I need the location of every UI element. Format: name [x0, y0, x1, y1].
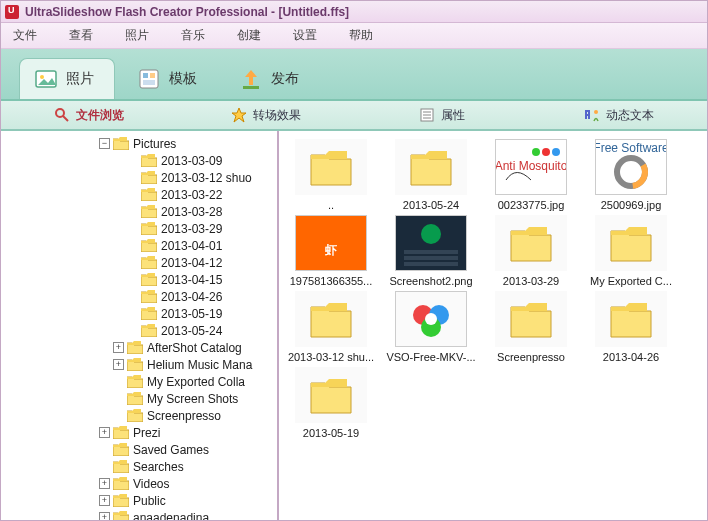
grid-item[interactable]: 2013-03-29 [483, 215, 579, 287]
svg-text:Anti Mosquito: Anti Mosquito [496, 159, 566, 173]
tree-folder[interactable]: 2013-05-19 [1, 305, 277, 322]
tab-template[interactable]: 模板 [123, 59, 217, 99]
thumbnail-grid-pane[interactable]: ..2013-05-24Anti Mosquito00233775.jpgFre… [279, 131, 707, 520]
grid-item[interactable]: My Exported C... [583, 215, 679, 287]
svg-point-1 [40, 75, 44, 79]
thumbnail-image: Anti Mosquito [495, 139, 567, 195]
menu-item[interactable]: 照片 [125, 27, 149, 44]
tree-folder[interactable]: 2013-03-09 [1, 152, 277, 169]
svg-rect-2 [140, 70, 158, 88]
tab-photo[interactable]: 照片 [19, 58, 115, 99]
item-label: 2500969.jpg [601, 199, 662, 211]
menu-item[interactable]: 创建 [237, 27, 261, 44]
tree-label: My Exported Colla [147, 375, 245, 389]
toolbar: 文件浏览转场效果属性动态文本 [1, 101, 707, 131]
tree-folder[interactable]: +AfterShot Catalog [1, 339, 277, 356]
tree-folder[interactable]: +Videos [1, 475, 277, 492]
menubar: 文件查看照片音乐创建设置帮助 [1, 23, 707, 49]
item-label: 00233775.jpg [498, 199, 565, 211]
menu-item[interactable]: 设置 [293, 27, 317, 44]
grid-item[interactable]: .. [283, 139, 379, 211]
tree-label: My Screen Shots [147, 392, 238, 406]
svg-rect-3 [143, 73, 148, 78]
expand-toggle[interactable]: + [113, 342, 124, 353]
toolbar-label: 动态文本 [606, 107, 654, 124]
tree-folder[interactable]: +Helium Music Mana [1, 356, 277, 373]
toolbar-icon [584, 107, 600, 123]
menu-item[interactable]: 帮助 [349, 27, 373, 44]
svg-point-33 [425, 313, 437, 325]
tab-label: 照片 [66, 70, 94, 88]
expand-toggle[interactable]: − [99, 138, 110, 149]
tree-label: AfterShot Catalog [147, 341, 242, 355]
tree-folder[interactable]: 2013-04-15 [1, 271, 277, 288]
toolbar-item[interactable]: 属性 [354, 107, 531, 124]
tree-label: Pictures [133, 137, 176, 151]
svg-rect-4 [150, 73, 155, 78]
grid-item[interactable]: 2013-05-19 [283, 367, 379, 439]
tree-folder[interactable]: 2013-04-12 [1, 254, 277, 271]
expand-toggle[interactable]: + [99, 478, 110, 489]
tree-label: 2013-05-24 [161, 324, 222, 338]
grid-item[interactable]: 2013-05-24 [383, 139, 479, 211]
tree-label: 2013-03-29 [161, 222, 222, 236]
expand-toggle[interactable]: + [99, 495, 110, 506]
toolbar-item[interactable]: 动态文本 [531, 107, 708, 124]
toolbar-item[interactable]: 转场效果 [178, 107, 355, 124]
svg-point-15 [542, 148, 550, 156]
tree-folder[interactable]: +Prezi [1, 424, 277, 441]
tree-folder[interactable]: 2013-03-22 [1, 186, 277, 203]
tree-folder[interactable]: My Exported Colla [1, 373, 277, 390]
thumbnail-image [395, 215, 467, 271]
expand-toggle[interactable]: + [99, 427, 110, 438]
tree-folder[interactable]: Saved Games [1, 441, 277, 458]
item-label: 2013-05-19 [303, 427, 359, 439]
content-area: −Pictures2013-03-092013-03-12 shuo2013-0… [1, 131, 707, 520]
grid-item[interactable]: Screenpresso [483, 291, 579, 363]
svg-rect-6 [243, 86, 259, 89]
tree-label: Prezi [133, 426, 160, 440]
tree-folder[interactable]: 2013-03-29 [1, 220, 277, 237]
tree-label: 2013-03-28 [161, 205, 222, 219]
toolbar-item[interactable]: 文件浏览 [1, 107, 178, 124]
folder-icon [295, 367, 367, 423]
tree-label: Searches [133, 460, 184, 474]
grid-item[interactable]: Free Software2500969.jpg [583, 139, 679, 211]
tree-folder[interactable]: 2013-03-28 [1, 203, 277, 220]
tab-publish[interactable]: 发布 [225, 59, 319, 99]
tree-folder[interactable]: 2013-04-26 [1, 288, 277, 305]
expand-toggle[interactable]: + [99, 512, 110, 520]
svg-rect-5 [143, 80, 155, 85]
menu-item[interactable]: 音乐 [181, 27, 205, 44]
svg-point-17 [532, 148, 540, 156]
tree-label: Saved Games [133, 443, 209, 457]
tree-folder[interactable]: +anaadenadina [1, 509, 277, 520]
tree-folder[interactable]: Screenpresso [1, 407, 277, 424]
grid-item[interactable]: 2013-04-26 [583, 291, 679, 363]
tree-folder[interactable]: 2013-05-24 [1, 322, 277, 339]
svg-line-8 [63, 116, 68, 121]
menu-item[interactable]: 文件 [13, 27, 37, 44]
tree-folder[interactable]: +Public [1, 492, 277, 509]
grid-item[interactable]: 2013-03-12 shu... [283, 291, 379, 363]
item-label: 2013-03-29 [503, 275, 559, 287]
tree-folder[interactable]: 2013-03-12 shuo [1, 169, 277, 186]
expand-toggle[interactable]: + [113, 359, 124, 370]
tree-label: 2013-05-19 [161, 307, 222, 321]
folder-tree-pane[interactable]: −Pictures2013-03-092013-03-12 shuo2013-0… [1, 131, 279, 520]
tree-folder[interactable]: Searches [1, 458, 277, 475]
folder-icon [495, 215, 567, 271]
tree-folder[interactable]: My Screen Shots [1, 390, 277, 407]
tree-folder[interactable]: 2013-04-01 [1, 237, 277, 254]
grid-item[interactable]: Screenshot2.png [383, 215, 479, 287]
tab-label: 模板 [169, 70, 197, 88]
svg-rect-28 [404, 256, 458, 260]
folder-icon [595, 291, 667, 347]
item-label: VSO-Free-MKV-... [386, 351, 475, 363]
tree-folder-pictures[interactable]: −Pictures [1, 135, 277, 152]
grid-item[interactable]: 虾197581366355... [283, 215, 379, 287]
menu-item[interactable]: 查看 [69, 27, 93, 44]
grid-item[interactable]: Anti Mosquito00233775.jpg [483, 139, 579, 211]
titlebar: UltraSlideshow Flash Creator Professiona… [1, 1, 707, 23]
grid-item[interactable]: VSO-Free-MKV-... [383, 291, 479, 363]
